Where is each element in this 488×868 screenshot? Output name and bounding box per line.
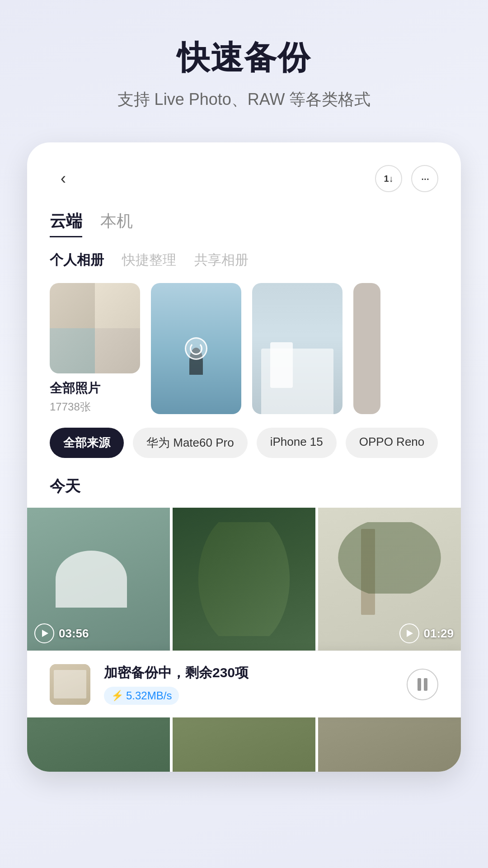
album-thumbnail [252, 283, 343, 414]
more-button[interactable]: ··· [411, 165, 438, 192]
photo-grid: 03:56 01:29 [27, 508, 461, 651]
source-tag-all[interactable]: 全部来源 [50, 428, 124, 458]
photo-cell[interactable] [173, 508, 315, 651]
sub-tabs: 个人相册 快捷整理 共享相册 [50, 251, 438, 269]
photo-cell[interactable] [318, 717, 461, 772]
pause-button[interactable] [407, 669, 438, 700]
source-tag-huawei[interactable]: 华为 Mate60 Pro [133, 428, 248, 458]
more-icon: ··· [421, 171, 428, 186]
sort-icon: 1↓ [384, 174, 393, 184]
tab-cloud[interactable]: 云端 [50, 210, 82, 237]
sort-button[interactable]: 1↓ [375, 165, 402, 192]
video-duration: 03:56 [34, 623, 89, 643]
lightning-icon: ⚡ [111, 690, 123, 702]
subtab-quick[interactable]: 快捷整理 [122, 251, 176, 269]
toast-info: 加密备份中，剩余230项 ⚡ 5.32MB/s [104, 664, 393, 705]
subtab-shared[interactable]: 共享相册 [194, 251, 249, 269]
album-name: 全部照片 [50, 380, 140, 397]
toast-thumbnail [50, 664, 90, 705]
photo-cell[interactable]: 03:56 [27, 508, 170, 651]
pause-icon [418, 678, 427, 691]
albums-row: 全部照片 17738张 海边 40张 家庭旅行 [50, 283, 438, 414]
main-tabs: 云端 本机 [50, 210, 438, 237]
album-item[interactable] [353, 283, 380, 414]
album-thumbnail [151, 283, 241, 414]
nav-actions: 1↓ ··· [375, 165, 438, 192]
photo-cell[interactable] [27, 717, 170, 772]
album-item[interactable]: 全部照片 17738张 [50, 283, 140, 414]
bottom-row [27, 717, 461, 772]
source-tags: 全部来源 华为 Mate60 Pro iPhone 15 OPPO Reno [50, 428, 438, 458]
sync-icon [185, 337, 207, 360]
toast-title: 加密备份中，剩余230项 [104, 664, 393, 682]
toast-speed: ⚡ 5.32MB/s [104, 687, 179, 705]
album-item[interactable]: 家庭旅行 1284张 [252, 283, 343, 414]
album-count: 17738张 [50, 400, 140, 414]
subtab-personal[interactable]: 个人相册 [50, 251, 104, 269]
photo-cell[interactable] [173, 717, 315, 772]
album-thumbnail [353, 283, 380, 414]
page-header: 快速备份 支持 Live Photo、RAW 等各类格式 [0, 0, 488, 129]
video-duration: 01:29 [399, 623, 454, 643]
source-tag-iphone[interactable]: iPhone 15 [257, 428, 337, 458]
back-chevron-icon: ‹ [61, 169, 66, 188]
photo-cell[interactable]: 01:29 [318, 508, 461, 651]
backup-toast: 加密备份中，剩余230项 ⚡ 5.32MB/s [27, 651, 461, 717]
tab-local[interactable]: 本机 [100, 210, 133, 237]
page-subtitle: 支持 Live Photo、RAW 等各类格式 [27, 89, 461, 111]
album-thumbnail [50, 283, 140, 373]
phone-card: ‹ 1↓ ··· 云端 本机 个人相册 快捷整理 共享相册 [27, 142, 461, 772]
album-item[interactable]: 海边 40张 [151, 283, 241, 414]
back-button[interactable]: ‹ [50, 165, 77, 192]
page-title: 快速备份 [27, 36, 461, 80]
top-nav: ‹ 1↓ ··· [50, 165, 438, 192]
date-label: 今天 [50, 476, 438, 497]
source-tag-oppo[interactable]: OPPO Reno [346, 428, 438, 458]
play-icon [34, 623, 54, 643]
play-icon [399, 623, 419, 643]
